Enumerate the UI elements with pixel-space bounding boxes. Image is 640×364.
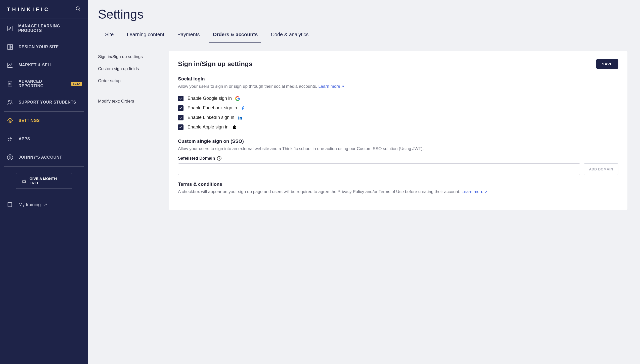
sidebar-item-manage-learning-products[interactable]: MANAGE LEARNING PRODUCTS [0, 19, 88, 38]
checkbox-facebook[interactable] [178, 105, 184, 111]
checkbox-apple[interactable] [178, 124, 184, 130]
sidebar-item-market-sell[interactable]: MARKET & SELL [0, 56, 88, 74]
sidebar-item-label: SETTINGS [19, 118, 40, 123]
checkbox-google-label: Enable Google sign in [188, 96, 232, 101]
external-link-icon: ↗ [44, 202, 47, 207]
safelisted-domain-input[interactable] [178, 163, 580, 175]
svg-rect-4 [10, 44, 13, 47]
svg-point-13 [9, 156, 11, 158]
svg-rect-2 [8, 26, 13, 31]
avatar-icon [6, 153, 14, 161]
clipboard-chart-icon [6, 80, 14, 88]
tab-code-analytics[interactable]: Code & analytics [271, 28, 308, 43]
sidebar-item-advanced-reporting[interactable]: ADVANCED REPORTING BETA [0, 74, 88, 93]
subnav-signin-settings[interactable]: Sign in/Sign up settings [98, 51, 164, 63]
learn-more-social-link[interactable]: Learn more↗ [318, 84, 344, 89]
page-title: Settings [98, 7, 627, 22]
learn-more-terms-link[interactable]: Learn more↗ [462, 189, 487, 194]
sidebar-item-label: DESIGN YOUR SITE [19, 45, 59, 49]
sidebar-item-support-students[interactable]: SUPPORT YOUR STUDENTS [0, 93, 88, 111]
svg-rect-3 [8, 44, 10, 50]
add-domain-button[interactable]: ADD DOMAIN [584, 163, 618, 175]
sidebar-item-label: APPS [19, 137, 30, 141]
tab-site[interactable]: Site [105, 28, 114, 43]
social-login-desc: Allow your users to sign in or sign up t… [178, 83, 618, 90]
gift-icon [22, 178, 26, 183]
brand-logo[interactable]: THINKIFIC [7, 7, 50, 12]
tab-learning-content[interactable]: Learning content [127, 28, 164, 43]
sso-desc: Allow your users to sign into an externa… [178, 146, 618, 152]
plugin-icon [6, 135, 14, 143]
sidebar-item-label: ADVANCED REPORTING [19, 79, 68, 88]
checkbox-apple-label: Enable Apple sign in [188, 124, 228, 130]
sidebar-item-label: JOHNNY'S ACCOUNT [19, 155, 62, 160]
sidebar-item-apps[interactable]: APPS [0, 130, 88, 148]
info-icon[interactable]: i [217, 156, 221, 161]
svg-rect-5 [10, 47, 13, 50]
terms-desc: A checkbox will appear on your sign up p… [178, 189, 618, 195]
svg-point-9 [11, 100, 12, 101]
external-link-icon: ↗ [484, 190, 487, 194]
terms-title: Terms & conditions [178, 181, 618, 187]
panel-title: Sign in/Sign up settings [178, 60, 252, 68]
save-button[interactable]: SAVE [596, 59, 618, 69]
sidebar-item-settings[interactable]: SETTINGS [0, 112, 88, 130]
beta-badge: BETA [71, 82, 82, 86]
search-icon[interactable] [75, 6, 81, 13]
pencil-box-icon [6, 24, 14, 32]
checkbox-facebook-label: Enable Facebook sign in [188, 105, 237, 111]
layout-icon [6, 43, 14, 51]
checkbox-linkedin-label: Enable LinkedIn sign in [188, 115, 234, 120]
people-icon [6, 98, 14, 106]
my-training-link[interactable]: My training ↗ [0, 195, 88, 214]
sidebar-item-label: SUPPORT YOUR STUDENTS [19, 100, 76, 105]
sidebar-item-account[interactable]: JOHNNY'S ACCOUNT [0, 148, 88, 166]
subnav-modify-text-orders[interactable]: Modify text: Orders [98, 95, 164, 107]
book-icon [6, 201, 14, 209]
gear-icon [6, 117, 14, 125]
sidebar-item-label: MARKET & SELL [19, 63, 53, 67]
svg-point-0 [76, 7, 79, 10]
svg-rect-11 [8, 138, 11, 141]
apple-icon [232, 124, 237, 130]
tab-payments[interactable]: Payments [177, 28, 200, 43]
safelisted-domain-label: Safelisted Domain [178, 156, 215, 161]
svg-point-8 [9, 100, 10, 102]
sso-title: Custom single sign on (SSO) [178, 139, 618, 144]
tab-orders-accounts[interactable]: Orders & accounts [213, 28, 258, 43]
facebook-icon [240, 105, 246, 111]
sidebar-item-design-your-site[interactable]: DESIGN YOUR SITE [0, 38, 88, 56]
google-icon [235, 96, 240, 101]
subnav-custom-signup-fields[interactable]: Custom sign up fields [98, 63, 164, 75]
sidebar-item-label: MANAGE LEARNING PRODUCTS [18, 24, 82, 33]
linkedin-icon [237, 115, 243, 120]
svg-line-1 [79, 10, 80, 11]
external-link-icon: ↗ [341, 84, 344, 88]
checkbox-linkedin[interactable] [178, 115, 184, 120]
give-month-free-button[interactable]: GIVE A MONTH FREE [16, 173, 72, 189]
social-login-title: Social login [178, 76, 618, 82]
sidebar-item-label: My training [19, 202, 41, 207]
chart-icon [6, 61, 14, 69]
checkbox-google[interactable] [178, 96, 184, 101]
svg-point-10 [9, 120, 11, 122]
subnav-order-setup[interactable]: Order setup [98, 75, 164, 87]
